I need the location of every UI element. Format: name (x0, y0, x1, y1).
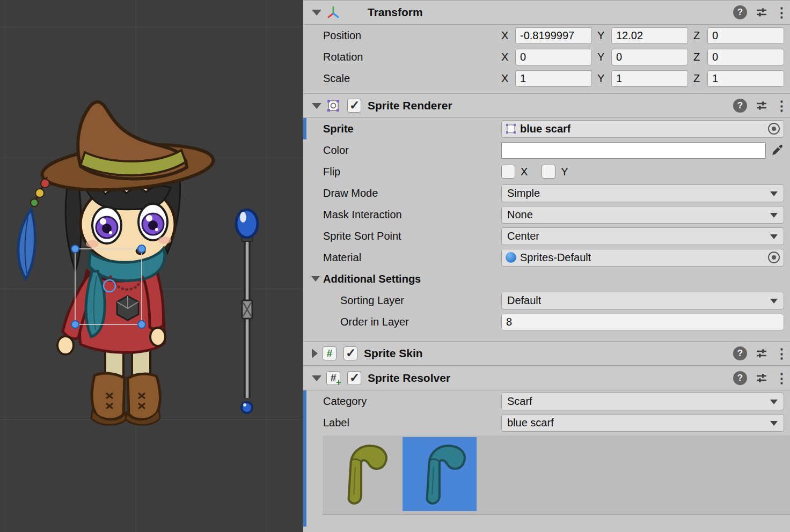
scene-view[interactable] (0, 0, 303, 532)
component-enabled-checkbox[interactable] (347, 99, 361, 113)
rotation-z-field[interactable]: 0 (707, 49, 784, 65)
rotation-x-field[interactable]: 0 (515, 49, 592, 65)
selection-handle[interactable] (138, 321, 145, 328)
sprite-thumbnail-green-scarf[interactable] (324, 437, 398, 511)
kebab-menu-icon[interactable]: ⋮ (775, 346, 782, 360)
component-enabled-checkbox[interactable] (347, 371, 361, 385)
selection-handle[interactable] (71, 245, 79, 253)
mask-interaction-dropdown[interactable]: None (501, 206, 784, 224)
flip-y-checkbox[interactable] (542, 165, 555, 179)
selection-handle[interactable] (138, 245, 145, 253)
order-in-layer-field[interactable]: 8 (501, 314, 784, 330)
sprite-object-field[interactable]: blue scarf (501, 120, 784, 138)
sorting-layer-row: Sorting Layer Default (303, 290, 790, 311)
kebab-menu-icon[interactable]: ⋮ (775, 5, 782, 19)
position-x-field[interactable]: -0.8199997 (515, 27, 592, 44)
transform-header[interactable]: Transform ? ⋮ (303, 0, 790, 25)
order-in-layer-label: Order in Layer (323, 316, 501, 328)
position-y-field[interactable]: 12.02 (611, 27, 688, 44)
position-z-field[interactable]: 0 (707, 27, 784, 44)
axis-z-label: Z (693, 72, 707, 85)
color-swatch[interactable] (501, 142, 766, 159)
sorting-layer-dropdown[interactable]: Default (501, 292, 784, 309)
help-icon[interactable]: ? (733, 99, 747, 113)
label-dropdown[interactable]: blue scarf (501, 414, 784, 432)
presets-icon[interactable] (755, 372, 768, 385)
mask-interaction-label: Mask Interaction (323, 209, 501, 221)
order-in-layer-row: Order in Layer 8 (303, 311, 790, 332)
component-title: Sprite Renderer (368, 99, 452, 112)
sprite-variant-strip (323, 435, 790, 515)
material-object-field[interactable]: Sprites-Default (501, 249, 784, 267)
foldout-open-icon[interactable] (312, 375, 321, 381)
sprite-sort-point-dropdown[interactable]: Center (501, 227, 784, 245)
sprite-sort-point-row: Sprite Sort Point Center (303, 225, 790, 247)
sprite-renderer-icon (326, 98, 341, 113)
kebab-menu-icon[interactable]: ⋮ (775, 371, 782, 385)
material-row: Material Sprites-Default (303, 247, 790, 268)
flip-x-checkbox[interactable] (501, 165, 515, 179)
scale-z-field[interactable]: 1 (707, 70, 784, 87)
position-row: Position X -0.8199997 Y 12.02 Z 0 (303, 25, 790, 46)
foldout-open-icon[interactable] (311, 276, 320, 282)
sprite-renderer-header[interactable]: Sprite Renderer ? ⋮ (303, 93, 790, 118)
scale-x-field[interactable]: 1 (515, 70, 592, 87)
foldout-open-icon[interactable] (312, 103, 321, 109)
component-enabled-checkbox[interactable] (343, 346, 357, 360)
object-picker-icon[interactable] (768, 123, 780, 135)
sprite-skin-header[interactable]: # Sprite Skin ? ⋮ (303, 341, 790, 366)
sprite-resolver-icon: #+ (326, 371, 341, 386)
rotation-row: Rotation X 0 Y 0 Z 0 (303, 46, 790, 68)
material-value: Sprites-Default (520, 252, 591, 264)
sprite-sort-point-label: Sprite Sort Point (323, 230, 501, 242)
transform-icon (326, 5, 341, 20)
flip-y-label: Y (561, 166, 568, 178)
additional-settings-row[interactable]: Additional Settings (303, 268, 790, 290)
scale-y-field[interactable]: 1 (611, 70, 688, 87)
axis-x-label: X (501, 72, 515, 85)
sprite-label: Sprite (323, 123, 501, 135)
material-label: Material (323, 252, 501, 264)
foldout-open-icon[interactable] (312, 10, 321, 16)
component-title: Transform (368, 6, 423, 19)
rotation-y-field[interactable]: 0 (611, 49, 688, 65)
axis-x-label: X (501, 29, 515, 42)
flip-label: Flip (323, 166, 501, 178)
axis-y-label: Y (597, 51, 611, 63)
unity-editor: Transform ? ⋮ Position X -0.8199997 Y 12… (0, 0, 790, 532)
character-sprite[interactable] (18, 102, 215, 425)
color-label: Color (323, 144, 501, 157)
presets-icon[interactable] (755, 6, 768, 19)
category-label: Category (323, 395, 501, 408)
axis-y-label: Y (597, 72, 611, 85)
help-icon[interactable]: ? (733, 371, 747, 385)
sprite-row: Sprite blue scarf (303, 118, 790, 139)
eyedropper-icon[interactable] (770, 143, 784, 157)
category-dropdown[interactable]: Scarf (501, 393, 784, 410)
sprite-skin-icon: # (322, 346, 337, 361)
axis-z-label: Z (693, 29, 707, 42)
draw-mode-row: Draw Mode Simple (303, 182, 790, 204)
sprite-resolver-body: Category Scarf Label blue scarf (303, 390, 790, 527)
help-icon[interactable]: ? (733, 346, 747, 360)
axis-x-label: X (501, 51, 515, 63)
scene-canvas (0, 0, 303, 532)
label-row: Label blue scarf (303, 412, 790, 433)
scale-row: Scale X 1 Y 1 Z 1 (303, 68, 790, 89)
presets-icon[interactable] (755, 99, 768, 112)
selection-handle[interactable] (71, 321, 79, 328)
object-picker-icon[interactable] (768, 252, 780, 263)
axis-z-label: Z (693, 51, 707, 63)
prefab-override-bar (303, 118, 306, 139)
presets-icon[interactable] (755, 347, 768, 360)
help-icon[interactable]: ? (733, 5, 747, 19)
component-title: Sprite Resolver (368, 372, 450, 385)
scale-label: Scale (323, 72, 501, 85)
draw-mode-dropdown[interactable]: Simple (501, 184, 784, 202)
axis-y-label: Y (597, 29, 611, 42)
staff-sprite[interactable] (236, 210, 258, 413)
kebab-menu-icon[interactable]: ⋮ (775, 99, 782, 113)
foldout-collapsed-icon[interactable] (312, 349, 318, 358)
sprite-resolver-header[interactable]: #+ Sprite Resolver ? ⋮ (303, 366, 790, 390)
sprite-thumbnail-blue-scarf[interactable] (403, 437, 477, 511)
